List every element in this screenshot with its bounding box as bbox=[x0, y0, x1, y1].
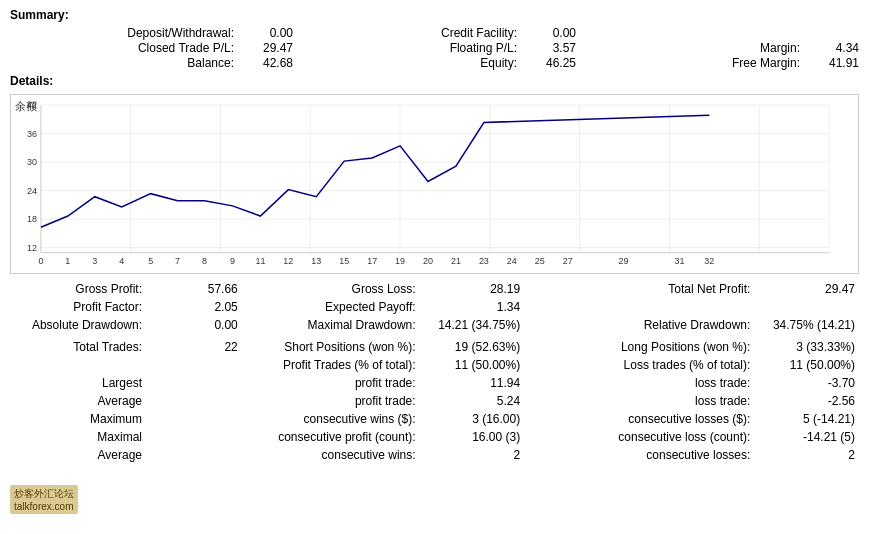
stats-row-profit-trades: Profit Trades (% of total): 11 (50.00%) … bbox=[10, 356, 859, 374]
avg-consec-wins-value: 2 bbox=[420, 446, 525, 464]
closed-pl-label: Closed Trade P/L: bbox=[104, 41, 234, 55]
stats-row-trades: Total Trades: 22 Short Positions (won %)… bbox=[10, 338, 859, 356]
svg-text:4: 4 bbox=[119, 256, 124, 266]
maximal-label: Maximal bbox=[10, 428, 146, 446]
expected-payoff-label: Expected Payoff: bbox=[242, 298, 420, 316]
long-pos-label: Long Positions (won %): bbox=[524, 338, 754, 356]
stats-row-largest: Largest profit trade: 11.94 loss trade: … bbox=[10, 374, 859, 392]
svg-text:13: 13 bbox=[311, 256, 321, 266]
max-consec-profit-value: 16.00 (3) bbox=[420, 428, 525, 446]
max-consec-wins-value: 3 (16.00) bbox=[420, 410, 525, 428]
largest-profit-label: profit trade: bbox=[242, 374, 420, 392]
profit-trades-value: 11 (50.00%) bbox=[420, 356, 525, 374]
summary-title: Summary: bbox=[10, 8, 859, 22]
balance-label: Balance: bbox=[104, 56, 234, 70]
floating-pl-label: Floating P/L: bbox=[387, 41, 517, 55]
summary-section: Summary: Deposit/Withdrawal: 0.00 Credit… bbox=[10, 8, 859, 70]
svg-text:36: 36 bbox=[27, 129, 37, 139]
short-pos-value: 19 (52.63%) bbox=[420, 338, 525, 356]
svg-text:0: 0 bbox=[38, 256, 43, 266]
total-net-profit-label: Total Net Profit: bbox=[524, 280, 754, 298]
equity-value: 46.25 bbox=[521, 56, 576, 70]
loss-trades-label: Loss trades (% of total): bbox=[524, 356, 754, 374]
svg-text:9: 9 bbox=[230, 256, 235, 266]
stats-row-gross: Gross Profit: 57.66 Gross Loss: 28.19 To… bbox=[10, 280, 859, 298]
max-dd-label: Maximal Drawdown: bbox=[242, 316, 420, 334]
average2-label: Average bbox=[10, 446, 146, 464]
margin-label: Margin: bbox=[670, 41, 800, 55]
svg-text:29: 29 bbox=[619, 256, 629, 266]
max-consec-wins-label: consecutive wins ($): bbox=[242, 410, 420, 428]
watermark-line1: 炒客外汇论坛 bbox=[14, 487, 74, 501]
closed-pl-value: 29.47 bbox=[238, 41, 293, 55]
avg-consec-losses-value: 2 bbox=[754, 446, 859, 464]
svg-text:12: 12 bbox=[283, 256, 293, 266]
svg-text:24: 24 bbox=[27, 186, 37, 196]
abs-dd-value: 0.00 bbox=[146, 316, 242, 334]
floating-pl-value: 3.57 bbox=[521, 41, 576, 55]
svg-text:8: 8 bbox=[202, 256, 207, 266]
svg-text:7: 7 bbox=[175, 256, 180, 266]
stats-row-average: Average profit trade: 5.24 loss trade: -… bbox=[10, 392, 859, 410]
svg-text:20: 20 bbox=[423, 256, 433, 266]
chart-svg: 12 18 24 30 36 42 0 1 3 4 5 7 8 9 11 12 … bbox=[11, 95, 858, 273]
avg-loss-value: -2.56 bbox=[754, 392, 859, 410]
profit-trades-label: Profit Trades (% of total): bbox=[242, 356, 420, 374]
svg-text:12: 12 bbox=[27, 243, 37, 253]
equity-label: Equity: bbox=[387, 56, 517, 70]
margin-value: 4.34 bbox=[804, 41, 859, 55]
svg-text:30: 30 bbox=[27, 157, 37, 167]
gross-profit-label: Gross Profit: bbox=[10, 280, 146, 298]
rel-dd-label: Relative Drawdown: bbox=[524, 316, 754, 334]
svg-text:11: 11 bbox=[255, 256, 265, 266]
chart-label: 余额 bbox=[15, 99, 37, 114]
loss-trades-value: 11 (50.00%) bbox=[754, 356, 859, 374]
deposit-value: 0.00 bbox=[238, 26, 293, 40]
average-label: Average bbox=[10, 392, 146, 410]
largest-label: Largest bbox=[10, 374, 146, 392]
chart-container: 余额 12 18 24 30 bbox=[10, 94, 859, 274]
expected-payoff-value: 1.34 bbox=[420, 298, 525, 316]
gross-profit-value: 57.66 bbox=[146, 280, 242, 298]
svg-text:31: 31 bbox=[674, 256, 684, 266]
max-consec-profit-label: consecutive profit (count): bbox=[242, 428, 420, 446]
avg-consec-losses-label: consecutive losses: bbox=[524, 446, 754, 464]
svg-text:23: 23 bbox=[479, 256, 489, 266]
svg-text:19: 19 bbox=[395, 256, 405, 266]
svg-text:15: 15 bbox=[339, 256, 349, 266]
max-consec-losses-label: consecutive losses ($): bbox=[524, 410, 754, 428]
max-consec-losses-value: 5 (-14.21) bbox=[754, 410, 859, 428]
balance-line bbox=[41, 115, 709, 227]
svg-text:5: 5 bbox=[148, 256, 153, 266]
svg-text:21: 21 bbox=[451, 256, 461, 266]
summary-row-3: Balance: 42.68 Equity: 46.25 Free Margin… bbox=[10, 56, 859, 70]
svg-text:1: 1 bbox=[65, 256, 70, 266]
avg-loss-label: loss trade: bbox=[524, 392, 754, 410]
short-pos-label: Short Positions (won %): bbox=[242, 338, 420, 356]
abs-dd-label: Absolute Drawdown: bbox=[10, 316, 146, 334]
maximum-label: Maximum bbox=[10, 410, 146, 428]
avg-profit-label: profit trade: bbox=[242, 392, 420, 410]
svg-text:17: 17 bbox=[367, 256, 377, 266]
svg-text:3: 3 bbox=[92, 256, 97, 266]
profit-factor-value: 2.05 bbox=[146, 298, 242, 316]
svg-text:24: 24 bbox=[507, 256, 517, 266]
details-title: Details: bbox=[10, 74, 859, 88]
credit-value: 0.00 bbox=[521, 26, 576, 40]
svg-text:32: 32 bbox=[704, 256, 714, 266]
stats-row-maximal-consec: Maximal consecutive profit (count): 16.0… bbox=[10, 428, 859, 446]
largest-profit-value: 11.94 bbox=[420, 374, 525, 392]
free-margin-label: Free Margin: bbox=[670, 56, 800, 70]
gross-loss-value: 28.19 bbox=[420, 280, 525, 298]
long-pos-value: 3 (33.33%) bbox=[754, 338, 859, 356]
stats-row-dd: Absolute Drawdown: 0.00 Maximal Drawdown… bbox=[10, 316, 859, 334]
watermark-line2: talkforex.com bbox=[14, 501, 74, 512]
max-consec-loss-count-value: -14.21 (5) bbox=[754, 428, 859, 446]
total-trades-label: Total Trades: bbox=[10, 338, 146, 356]
details-section: Details: 余额 12 18 bbox=[10, 74, 859, 464]
total-trades-value: 22 bbox=[146, 338, 242, 356]
avg-profit-value: 5.24 bbox=[420, 392, 525, 410]
avg-consec-wins-label: consecutive wins: bbox=[242, 446, 420, 464]
summary-row-1: Deposit/Withdrawal: 0.00 Credit Facility… bbox=[10, 26, 859, 40]
stats-row-max-consec: Maximum consecutive wins ($): 3 (16.00) … bbox=[10, 410, 859, 428]
